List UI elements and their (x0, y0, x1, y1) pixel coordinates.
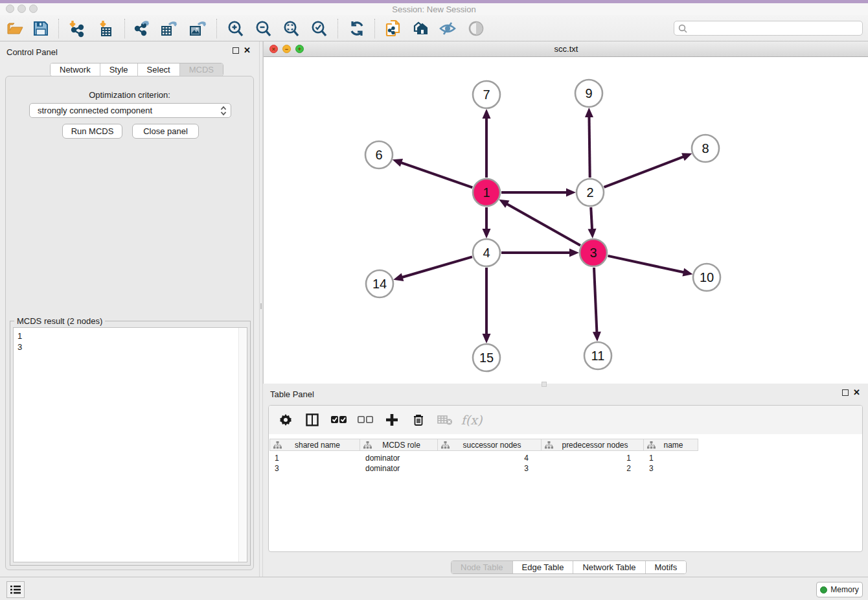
run-mcds-button[interactable]: Run MCDS (62, 124, 122, 139)
mcds-result-textarea[interactable]: 1 3 (13, 327, 247, 562)
edge-arrowhead (483, 109, 491, 119)
close-panel-button[interactable]: Close panel (132, 124, 199, 139)
graph-edge-3-11[interactable] (594, 268, 597, 333)
memory-button[interactable]: Memory (816, 582, 863, 597)
column-header-MCDS-role[interactable]: MCDS role (360, 439, 438, 451)
table-panel-title: Table Panel (270, 389, 314, 399)
graph-edge-3-1[interactable] (506, 203, 580, 246)
table-settings-button[interactable] (278, 412, 293, 428)
export-network-button[interactable] (132, 19, 152, 38)
save-session-button[interactable] (31, 19, 51, 38)
table-cell[interactable]: 1 (644, 453, 698, 463)
add-column-button[interactable] (384, 412, 400, 428)
control-panel: Control Panel ✕ NetworkStyleSelectMCDS O… (0, 41, 259, 577)
column-header-label: shared name (282, 441, 360, 450)
table-row[interactable]: 3dominator323 (269, 463, 698, 474)
open-session-button[interactable] (5, 19, 25, 38)
table-cell[interactable]: dominator (360, 453, 438, 463)
graph-node-label: 8 (702, 141, 709, 156)
graph-node-label: 9 (585, 86, 592, 100)
export-table-icon (160, 20, 178, 38)
table-tabs: Node TableEdge TableNetwork TableMotifs (451, 560, 687, 574)
network-canvas[interactable]: 7968124314101511 (264, 57, 868, 384)
mcds-panel: Optimization criterion: strongly connect… (5, 76, 254, 570)
tab-node-table[interactable]: Node Table (451, 561, 513, 573)
zoom-fit-button[interactable] (281, 19, 301, 38)
graph-edge-4-14[interactable] (402, 257, 472, 277)
graph-edge-1-6[interactable] (400, 163, 472, 188)
result-scrollbar[interactable] (238, 328, 247, 562)
column-header-label: successor nodes (450, 441, 541, 450)
delete-table-button[interactable] (437, 412, 453, 428)
toolbar-separator (58, 19, 59, 38)
criterion-select[interactable]: strongly connected component (29, 103, 231, 118)
apply-function-button[interactable]: f(x) (464, 412, 479, 428)
refresh-view-button[interactable] (347, 19, 367, 38)
network-title: scc.txt (264, 44, 868, 54)
copy-network-button[interactable] (383, 19, 403, 38)
table-cell[interactable]: 2 (542, 463, 644, 474)
zoom-out-button[interactable] (253, 19, 273, 38)
table-row[interactable]: 1dominator411 (269, 453, 698, 463)
mcds-result-text: 1 3 (17, 330, 243, 352)
plus-icon (385, 413, 398, 426)
tab-mcds[interactable]: MCDS (180, 63, 223, 76)
float-panel-icon[interactable] (233, 47, 239, 54)
tab-motifs[interactable]: Motifs (646, 561, 687, 573)
import-table-button[interactable] (96, 19, 115, 38)
task-list-button[interactable] (6, 581, 25, 598)
graph-edge-2-8[interactable] (604, 156, 684, 187)
import-network-button[interactable] (66, 19, 86, 38)
zoom-selected-button[interactable] (309, 19, 328, 38)
app-titlebar: Session: New Session (0, 3, 868, 15)
graph-node-label: 4 (483, 246, 490, 260)
graph-edge-2-3[interactable] (591, 207, 592, 230)
tab-network[interactable]: Network (51, 63, 100, 76)
deselect-all-columns-button[interactable] (358, 412, 373, 428)
graph-edge-3-10[interactable] (608, 256, 684, 273)
tab-edge-table[interactable]: Edge Table (513, 561, 574, 573)
column-header-label: predecessor nodes (553, 441, 643, 450)
table-cell[interactable]: 1 (542, 453, 644, 463)
preview-button[interactable] (466, 19, 486, 38)
zoom-in-button[interactable] (225, 19, 245, 38)
network-window: × − + scc.txt 7968124314101511 (263, 41, 868, 384)
delete-column-button[interactable] (411, 412, 426, 428)
close-panel-icon[interactable]: ✕ (853, 389, 860, 396)
table-cell[interactable]: 3 (644, 463, 698, 474)
toolbar-separator (374, 19, 375, 38)
column-header-predecessor-nodes[interactable]: predecessor nodes (542, 439, 644, 451)
export-image-button[interactable] (188, 19, 207, 38)
float-panel-icon[interactable] (842, 389, 849, 396)
tab-network-table[interactable]: Network Table (573, 561, 645, 573)
close-panel-icon[interactable]: ✕ (244, 47, 251, 54)
tab-select[interactable]: Select (138, 63, 180, 76)
table-cell[interactable]: 3 (438, 463, 542, 474)
edge-arrowhead (393, 159, 403, 167)
table-cell[interactable]: 1 (269, 453, 360, 463)
search-input[interactable] (690, 22, 862, 34)
select-all-columns-button[interactable] (331, 412, 347, 428)
optimization-criterion-label: Optimization criterion: (6, 90, 253, 100)
graph-edge-2-9[interactable] (589, 116, 589, 178)
column-header-name[interactable]: name (644, 439, 698, 451)
export-table-button[interactable] (159, 19, 179, 38)
column-header-successor-nodes[interactable]: successor nodes (438, 439, 542, 451)
tab-style[interactable]: Style (100, 63, 138, 76)
table-cell[interactable]: dominator (360, 463, 438, 474)
graph-node-label: 15 (479, 351, 494, 365)
split-view-button[interactable] (304, 412, 320, 428)
home-layout-button[interactable] (409, 19, 429, 38)
refresh-icon (348, 20, 365, 37)
table-cell[interactable]: 4 (438, 453, 542, 463)
column-type-icon (647, 441, 656, 449)
graph-node-label: 10 (700, 270, 714, 284)
column-type-icon (363, 441, 372, 449)
column-header-label: MCDS role (372, 441, 437, 450)
table-cell[interactable]: 3 (269, 463, 360, 474)
search-box[interactable] (674, 21, 863, 36)
vertical-split-grip[interactable] (260, 303, 262, 309)
show-hide-button[interactable] (438, 19, 457, 38)
edge-arrowhead (393, 273, 404, 281)
column-header-shared-name[interactable]: shared name (269, 439, 360, 451)
